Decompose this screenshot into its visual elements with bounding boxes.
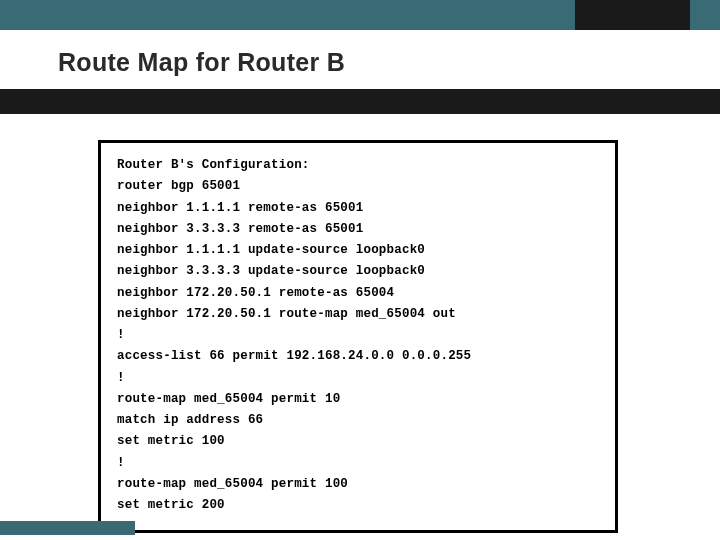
config-line: set metric 100 (117, 431, 599, 452)
config-line: neighbor 1.1.1.1 update-source loopback0 (117, 240, 599, 261)
config-line: neighbor 172.20.50.1 route-map med_65004… (117, 304, 599, 325)
config-line: neighbor 1.1.1.1 remote-as 65001 (117, 198, 599, 219)
page-title: Route Map for Router B (58, 48, 720, 77)
title-underline (0, 92, 720, 114)
config-line: router bgp 65001 (117, 176, 599, 197)
config-line: ! (117, 325, 599, 346)
config-line: neighbor 3.3.3.3 remote-as 65001 (117, 219, 599, 240)
title-bar: Route Map for Router B (0, 30, 720, 92)
config-line: set metric 200 (117, 495, 599, 516)
config-line: neighbor 172.20.50.1 remote-as 65004 (117, 283, 599, 304)
config-line: access-list 66 permit 192.168.24.0.0 0.0… (117, 346, 599, 367)
config-line: route-map med_65004 permit 10 (117, 389, 599, 410)
config-line: route-map med_65004 permit 100 (117, 474, 599, 495)
slide-accent-bottom (0, 521, 135, 535)
config-box: Router B's Configuration: router bgp 650… (98, 140, 618, 533)
config-header: Router B's Configuration: (117, 155, 599, 176)
config-line: match ip address 66 (117, 410, 599, 431)
config-line: ! (117, 453, 599, 474)
slide-accent-top-dark (575, 0, 690, 30)
config-line: ! (117, 368, 599, 389)
config-line: neighbor 3.3.3.3 update-source loopback0 (117, 261, 599, 282)
